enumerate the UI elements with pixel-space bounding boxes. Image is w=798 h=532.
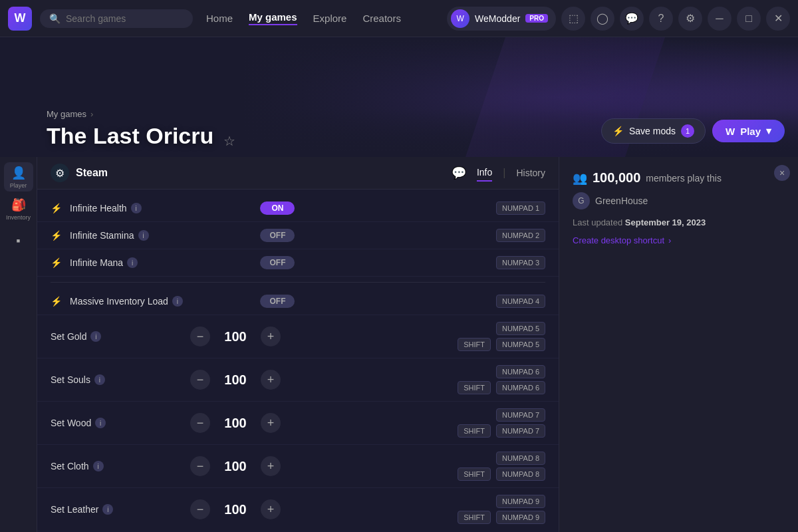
app-logo[interactable]: W <box>8 7 32 31</box>
toggle-infinite-mana[interactable]: OFF <box>260 256 295 269</box>
keybind-numpad4[interactable]: NUMPAD 4 <box>496 295 545 308</box>
mod-info-icon[interactable]: i <box>127 257 138 268</box>
nav-creators[interactable]: Creators <box>362 13 401 24</box>
play-button[interactable]: W Play ▾ <box>712 120 785 142</box>
toggle-infinite-stamina[interactable]: OFF <box>260 229 295 242</box>
mod-info-icon[interactable]: i <box>94 374 105 385</box>
mod-item: ⚡ Infinite Health i ON NUMPAD 1 <box>37 195 559 222</box>
toggle-infinite-health[interactable]: ON <box>260 201 295 215</box>
keybind-shift[interactable]: SHIFT <box>458 424 491 438</box>
keybind-numpad9-shift[interactable]: NUMPAD 9 <box>496 511 545 524</box>
mod-name-set-gold: Set Gold i <box>51 331 185 342</box>
help-icon-button[interactable]: ? <box>649 7 673 31</box>
keybind-numpad7[interactable]: NUMPAD 7 <box>496 408 545 422</box>
avatar: W <box>451 9 469 28</box>
search-input[interactable] <box>66 13 184 24</box>
decrease-set-wood[interactable]: − <box>190 413 210 433</box>
keybind-numpad7-shift[interactable]: NUMPAD 7 <box>496 424 545 438</box>
decrease-set-cloth[interactable]: − <box>190 456 210 476</box>
mod-info-icon[interactable]: i <box>131 203 142 213</box>
info-close-button[interactable]: × <box>774 165 790 181</box>
last-updated-date: September 19, 2023 <box>625 217 706 227</box>
keybind-numpad6[interactable]: NUMPAD 6 <box>496 365 545 378</box>
mod-bolt-icon: ⚡ <box>51 230 62 241</box>
main-content: 👤 Player 🎒 Inventory ▪ ⚙ Steam 💬 Info <box>0 157 798 532</box>
other-icon: ▪ <box>16 234 20 248</box>
breadcrumb: My games › <box>47 109 798 119</box>
set-leather-value: 100 <box>215 502 255 517</box>
keybind-row: NUMPAD 3 <box>493 256 545 269</box>
keybind-numpad6-shift[interactable]: NUMPAD 6 <box>496 381 545 394</box>
increase-set-souls[interactable]: + <box>261 370 281 390</box>
keybind-row: NUMPAD 1 <box>493 201 545 215</box>
nav-home[interactable]: Home <box>206 13 233 24</box>
decrease-set-souls[interactable]: − <box>190 370 210 390</box>
mod-stepper-set-cloth: Set Cloth i − 100 + NUMPAD 8 SHIFT NUMPA… <box>37 445 559 488</box>
mod-info-icon[interactable]: i <box>90 331 101 342</box>
mod-label: Set Leather <box>51 504 98 515</box>
increase-set-wood[interactable]: + <box>261 413 281 433</box>
increase-set-leather[interactable]: + <box>261 499 281 519</box>
keybind-numpad5-shift[interactable]: NUMPAD 5 <box>496 338 545 351</box>
set-souls-value: 100 <box>215 372 255 388</box>
user-badge[interactable]: W WeModder PRO <box>447 7 556 31</box>
keybind-numpad8[interactable]: NUMPAD 8 <box>496 452 545 465</box>
keybind-row: NUMPAD 2 <box>493 229 545 242</box>
decrease-set-leather[interactable]: − <box>190 499 210 519</box>
mod-info-icon[interactable]: i <box>93 461 104 471</box>
nav-explore[interactable]: Explore <box>313 13 347 24</box>
keybind-shift[interactable]: SHIFT <box>458 511 491 524</box>
mod-label: Infinite Stamina <box>70 230 134 241</box>
increase-set-gold[interactable]: + <box>261 327 281 346</box>
nav-my-games[interactable]: My games <box>249 11 297 25</box>
creator-row: G GreenHouse <box>573 192 785 209</box>
breadcrumb-parent[interactable]: My games <box>47 109 86 119</box>
mod-info-icon[interactable]: i <box>102 504 113 515</box>
mod-label: Massive Inventory Load <box>70 296 168 307</box>
mod-info-icon[interactable]: i <box>95 418 106 428</box>
keybind-row: NUMPAD 4 <box>493 295 545 308</box>
mod-info-icon[interactable]: i <box>172 296 183 307</box>
inventory-icon: 🎒 <box>11 198 26 212</box>
increase-set-cloth[interactable]: + <box>261 456 281 476</box>
set-gold-value: 100 <box>215 329 255 344</box>
search-bar: 🔍 <box>40 9 193 28</box>
favorite-icon[interactable]: ☆ <box>223 134 235 148</box>
keybind-shift[interactable]: SHIFT <box>458 467 491 481</box>
toggle-massive-inventory[interactable]: OFF <box>260 295 295 308</box>
settings-icon-button[interactable]: ⚙ <box>678 7 702 31</box>
maximize-button[interactable]: □ <box>737 7 761 31</box>
discord-icon-button[interactable]: 💬 <box>620 7 644 31</box>
keybind-shift[interactable]: SHIFT <box>458 338 491 351</box>
mods-panel: ⚙ Steam 💬 Info | History ⚡ Infinite Heal… <box>37 157 559 532</box>
sidebar-item-inventory[interactable]: 🎒 Inventory <box>4 194 33 223</box>
mod-name-infinite-mana: Infinite Mana i <box>70 257 252 268</box>
close-button[interactable]: ✕ <box>766 7 790 31</box>
copy-icon-button[interactable]: ⬚ <box>561 7 585 31</box>
play-label: Play <box>740 126 761 137</box>
circle-icon-button[interactable]: ◯ <box>591 7 614 31</box>
keybind-numpad9[interactable]: NUMPAD 9 <box>496 495 545 508</box>
create-shortcut-button[interactable]: Create desktop shortcut › <box>573 235 785 245</box>
keybind-row: NUMPAD 8 SHIFT NUMPAD 8 <box>426 452 545 481</box>
keybind-numpad2[interactable]: NUMPAD 2 <box>496 229 545 242</box>
set-cloth-value: 100 <box>215 459 255 474</box>
minimize-button[interactable]: ─ <box>708 7 732 31</box>
sidebar-item-player[interactable]: 👤 Player <box>4 162 33 192</box>
chat-icon[interactable]: 💬 <box>452 166 466 180</box>
tab-info[interactable]: Info <box>477 164 492 182</box>
keybind-numpad1[interactable]: NUMPAD 1 <box>496 201 545 215</box>
keybind-numpad5[interactable]: NUMPAD 5 <box>496 322 545 335</box>
decrease-set-gold[interactable]: − <box>190 327 210 346</box>
keybind-numpad8-shift[interactable]: NUMPAD 8 <box>496 467 545 481</box>
mod-bolt-icon: ⚡ <box>51 203 62 213</box>
sidebar-item-other[interactable]: ▪ <box>4 226 33 255</box>
tab-history[interactable]: History <box>516 165 545 181</box>
keybind-shift[interactable]: SHIFT <box>458 381 491 394</box>
save-mods-button[interactable]: ⚡ Save mods 1 <box>601 118 706 144</box>
nav-right: W WeModder PRO ⬚ ◯ 💬 ? ⚙ ─ □ ✕ <box>447 7 790 31</box>
navbar: W 🔍 Home My games Explore Creators W WeM… <box>0 0 798 37</box>
mod-info-icon[interactable]: i <box>138 230 149 241</box>
keybind-numpad3[interactable]: NUMPAD 3 <box>496 256 545 269</box>
search-icon: 🔍 <box>49 13 61 24</box>
